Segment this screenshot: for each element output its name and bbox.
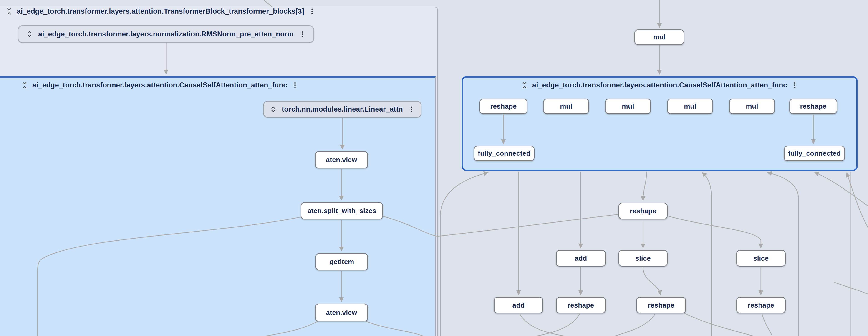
unfold-less-icon[interactable] [5,8,13,15]
op-node-mul[interactable]: mul [667,99,713,114]
op-node-reshape[interactable]: reshape [479,99,527,114]
op-node-add[interactable]: add [494,297,543,313]
more-vert-icon[interactable] [299,30,306,38]
more-vert-icon[interactable] [308,8,316,15]
op-node-aten-view[interactable]: aten.view [315,304,368,321]
attention-right-title: ai_edge_torch.transformer.layers.attenti… [532,81,787,89]
collapsed-node-label: ai_edge_torch.transformer.layers.normali… [38,30,293,38]
op-node-mul[interactable]: mul [605,99,651,114]
op-node-fully-connected[interactable]: fully_connected [474,146,534,161]
unfold-less-icon[interactable] [21,82,28,89]
attention-right-header: ai_edge_torch.transformer.layers.attenti… [462,79,858,91]
collapsed-node-linear-attn[interactable]: torch.nn.modules.linear.Linear_attn [263,101,422,118]
op-node-reshape[interactable]: reshape [736,297,786,313]
model-graph-canvas[interactable]: { "colors": { "canvas_bg": "#dde3ed", "b… [0,0,868,336]
op-node-add[interactable]: add [556,250,606,267]
unfold-more-icon[interactable] [26,30,33,38]
more-vert-icon[interactable] [408,106,415,113]
op-node-aten-view[interactable]: aten.view [315,151,368,168]
op-node-aten-split-with-sizes[interactable]: aten.split_with_sizes [301,202,383,220]
more-vert-icon[interactable] [791,82,798,89]
collapsed-node-rmsnorm[interactable]: ai_edge_torch.transformer.layers.normali… [18,26,314,43]
op-node-reshape[interactable]: reshape [556,297,606,313]
op-node-getitem[interactable]: getitem [315,253,368,271]
unfold-more-icon[interactable] [270,106,277,113]
op-node-slice[interactable]: slice [618,250,668,267]
more-vert-icon[interactable] [291,82,299,89]
op-node-fully-connected[interactable]: fully_connected [784,146,845,161]
op-node-mul[interactable]: mul [729,99,775,114]
unfold-less-icon[interactable] [521,82,528,89]
attention-left-title: ai_edge_torch.transformer.layers.attenti… [32,81,287,89]
op-node-reshape[interactable]: reshape [636,297,686,313]
transformer-block-header: ai_edge_torch.transformer.layers.attenti… [5,5,316,18]
op-node-reshape[interactable]: reshape [789,99,837,114]
op-node-reshape[interactable]: reshape [618,203,668,220]
op-node-mul[interactable]: mul [634,29,684,45]
transformer-block-title: ai_edge_torch.transformer.layers.attenti… [17,7,304,16]
op-node-slice[interactable]: slice [736,250,786,267]
op-node-mul[interactable]: mul [543,99,589,114]
collapsed-node-label: torch.nn.modules.linear.Linear_attn [282,105,403,113]
attention-left-header: ai_edge_torch.transformer.layers.attenti… [21,79,299,91]
